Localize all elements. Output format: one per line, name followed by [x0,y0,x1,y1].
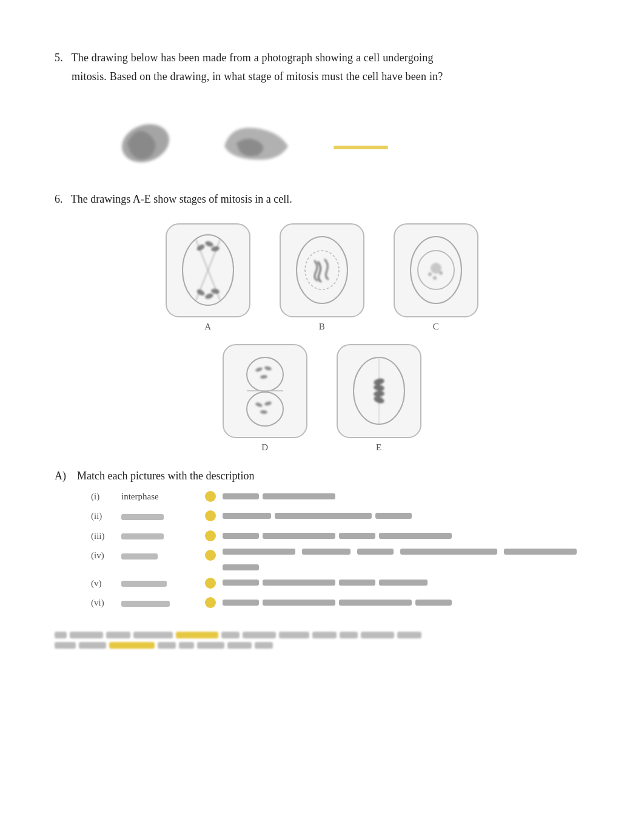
cell-diagram-c: C [394,223,478,332]
svg-point-10 [196,288,206,297]
question-5: 5. The drawing below has been made from … [55,49,589,171]
svg-point-26 [260,375,267,379]
match-circle-i [205,491,216,502]
cell-box-c [394,223,478,317]
match-item-iv: (iv) [91,549,589,570]
q5-cell-1 [115,110,182,171]
svg-point-25 [264,366,272,371]
match-circle-v [205,578,216,589]
match-num-iii: (iii) [91,529,121,543]
svg-point-12 [210,288,220,294]
q5-highlight-line [334,146,388,155]
q5-cell-2 [218,116,297,171]
svg-point-8 [204,240,214,248]
svg-point-19 [439,271,443,275]
match-term-iii [121,529,200,543]
question-6: 6. The drawings A-E show stages of mitos… [55,190,589,609]
match-desc-i [221,490,589,502]
q5-number: 5. [55,52,63,64]
cell-box-e [337,344,421,438]
highlight-2 [109,642,155,649]
match-desc-vi [221,596,589,608]
match-item-vi: (vi) [91,596,589,610]
bottom-text-block [55,632,589,649]
match-item-i: (i) interphase [91,490,589,504]
cell-box-d [223,344,307,438]
svg-point-11 [204,292,214,300]
q6-text: 6. The drawings A-E show stages of mitos… [55,190,589,209]
svg-point-20 [433,276,437,280]
cell-diagram-e: E [337,344,421,453]
cell-box-a [166,223,250,317]
match-term-ii [121,509,200,523]
q6-number: 6. [55,193,63,205]
q5-drawing-area [115,110,589,171]
match-num-i: (i) [91,490,121,504]
match-desc-v [221,576,589,589]
cell-diagram-a: A [166,223,250,332]
svg-point-13 [297,237,347,303]
match-term-v [121,576,200,590]
highlight-1 [176,632,218,638]
cell-label-d: D [261,442,268,453]
cell-label-c: C [433,322,440,332]
match-term-i: interphase [121,490,200,504]
match-num-iv: (iv) [91,549,121,563]
match-num-vi: (vi) [91,596,121,610]
match-num-v: (v) [91,576,121,590]
svg-point-27 [255,402,263,408]
match-item-iii: (iii) [91,529,589,543]
svg-point-7 [196,243,206,252]
cell-label-e: E [376,442,382,453]
cell-diagram-d: D [223,344,307,453]
svg-point-29 [260,410,267,414]
sub-question-a: A) Match each pictures with the descript… [55,470,589,610]
svg-point-21 [247,357,283,391]
cell-label-b: B [319,322,326,332]
match-term-iv [121,549,200,563]
match-desc-ii [221,509,589,521]
match-item-v: (v) [91,576,589,590]
match-item-ii: (ii) [91,509,589,523]
cell-box-b [280,223,364,317]
svg-point-9 [210,246,220,252]
svg-point-28 [264,401,272,407]
cell-label-a: A [204,322,211,332]
match-circle-ii [205,510,216,521]
svg-point-33 [373,384,384,392]
match-desc-iii [221,529,589,541]
match-list: (i) interphase (ii) (iii) [91,490,589,610]
bottom-line-2 [55,642,589,649]
svg-point-22 [247,392,283,426]
svg-point-14 [305,251,339,289]
match-circle-vi [205,597,216,608]
cells-bottom-row: D [55,344,589,453]
svg-point-18 [428,272,432,276]
match-term-vi [121,596,200,610]
svg-point-34 [374,391,385,398]
cells-top-row: A B [55,223,589,332]
match-circle-iii [205,530,216,541]
match-desc-iv [221,549,589,570]
bottom-line-1 [55,632,589,638]
sub-question-label: A) Match each pictures with the descript… [55,470,589,482]
cell-diagram-b: B [280,223,364,332]
svg-point-24 [255,367,263,373]
match-circle-iv [205,550,216,561]
match-num-ii: (ii) [91,509,121,523]
q5-text: 5. The drawing below has been made from … [55,49,589,86]
